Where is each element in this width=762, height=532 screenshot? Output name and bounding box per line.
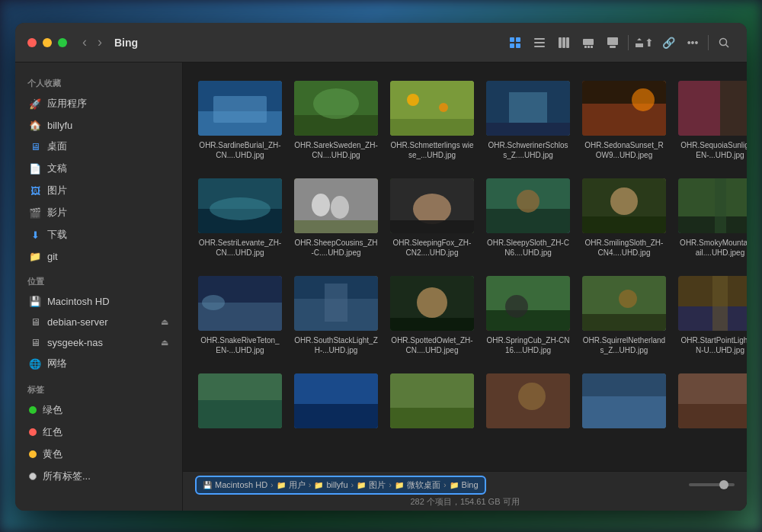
file-name: OHR.StartPointLight_EN-U...UHD.jpg	[678, 335, 747, 355]
sidebar-item-tag-red[interactable]: 红色	[20, 421, 178, 443]
sidebar-item-label: 文稿	[47, 162, 67, 175]
file-thumbnail	[390, 276, 474, 331]
file-item[interactable]	[291, 367, 381, 439]
sidebar-item-desktop[interactable]: 🖥 桌面	[20, 136, 178, 157]
sidebar-item-all-tags[interactable]: 所有标签...	[20, 466, 178, 487]
svg-point-70	[619, 290, 637, 308]
breadcrumb-item[interactable]: 💾 Macintosh HD	[203, 480, 267, 489]
column-view-button[interactable]	[553, 32, 575, 53]
file-item[interactable]: OHR.SleepingFox_ZH-CN2....UHD.jpg	[387, 172, 477, 264]
file-name: OHR.SpringCub_ZH-CN16....UHD.jpg	[486, 335, 570, 355]
all-tags-dot	[29, 473, 37, 480]
file-item[interactable]: OHR.SpottedOwlet_ZH-CN....UHD.jpeg	[387, 270, 477, 361]
bottom-bar: 💾 Macintosh HD › 📁 用户 › 📁 billyfu	[183, 471, 747, 511]
icon-size-slider[interactable]	[689, 483, 735, 486]
sidebar-item-pictures[interactable]: 🖼 图片	[20, 180, 178, 201]
breadcrumb-sep: ›	[271, 480, 274, 489]
file-item[interactable]: OHR.SestriLevante_ZH-CN....UHD.jpg	[195, 172, 285, 264]
sidebar-item-downloads[interactable]: ⬇ 下载	[20, 224, 178, 245]
minimize-button[interactable]	[43, 38, 52, 47]
breadcrumb-item[interactable]: 📁 用户	[277, 479, 306, 491]
svg-rect-6	[534, 46, 545, 47]
sidebar-item-label: 绿色	[43, 403, 62, 417]
file-thumbnail	[390, 373, 474, 428]
sidebar: 个人收藏 🚀 应用程序 🏠 billyfu 🖥 桌面 📄 文稿 🖼 图片	[15, 62, 183, 511]
eject-button[interactable]: ⏏	[161, 317, 168, 327]
file-item[interactable]: OHR.StartPointLight_EN-U...UHD.jpg	[675, 270, 747, 361]
search-button[interactable]	[713, 32, 735, 53]
file-item[interactable]: OHR.SardineBurial_ZH-CN....UHD.jpg	[195, 75, 285, 166]
sidebar-item-tag-yellow[interactable]: 黄色	[20, 444, 178, 465]
svg-rect-30	[486, 123, 570, 136]
file-item[interactable]: OHR.SnakeRiveTeton_EN-...UHD.jpg	[195, 270, 285, 361]
file-item[interactable]: OHR.SquirrelNetherlands_Z...UHD.jpg	[579, 270, 669, 361]
titlebar: ‹ › Bing	[15, 23, 747, 62]
file-item[interactable]: OHR.SchwerinerSchloss_Z....UHD.jpg	[483, 75, 573, 166]
tag-button[interactable]: 🔗	[658, 32, 679, 53]
quick-look-button[interactable]	[602, 32, 623, 53]
svg-rect-12	[588, 46, 590, 48]
sidebar-item-billyfu[interactable]: 🏠 billyfu	[20, 115, 178, 135]
file-item[interactable]: OHR.SpringCub_ZH-CN16....UHD.jpg	[483, 270, 573, 361]
sidebar-item-debian-server[interactable]: 🖥 debian-server ⏏	[20, 312, 178, 332]
sidebar-item-label: 黄色	[43, 447, 62, 461]
file-thumbnail	[486, 373, 570, 428]
file-thumbnail	[486, 276, 570, 331]
sidebar-item-network[interactable]: 🌐 网络	[20, 353, 178, 374]
yellow-tag-dot	[29, 450, 37, 458]
file-item[interactable]: OHR.SleepySloth_ZH-CN6....UHD.jpg	[483, 172, 573, 264]
breadcrumb-item-current[interactable]: 📁 Bing	[450, 480, 479, 489]
breadcrumb-sep: ›	[443, 480, 447, 489]
file-item[interactable]	[483, 367, 573, 439]
maximize-button[interactable]	[58, 38, 67, 47]
file-item[interactable]: OHR.Schmetterlings wiese_...UHD.jpg	[387, 75, 477, 166]
file-item[interactable]: OHR.SarekSweden_ZH-CN....UHD.jpg	[291, 75, 381, 166]
file-item[interactable]: OHR.SheepCousins_ZH-C....UHD.jpeg	[291, 172, 381, 264]
sidebar-item-git[interactable]: 📁 git	[20, 246, 178, 266]
back-button[interactable]: ‹	[79, 34, 90, 50]
forward-button[interactable]: ›	[94, 34, 105, 50]
file-thumbnail	[390, 81, 474, 136]
file-thumbnail	[678, 81, 747, 136]
file-item[interactable]: OHR.SedonaSunset_ROW9...UHD.jpeg	[579, 75, 669, 166]
breadcrumb-sep: ›	[389, 480, 392, 489]
svg-point-26	[439, 103, 448, 112]
sidebar-item-macintosh-hd[interactable]: 💾 Macintosh HD	[20, 291, 178, 311]
close-button[interactable]	[27, 38, 37, 47]
file-item[interactable]: OHR.SouthStackLight_ZH-...UHD.jpg	[291, 270, 381, 361]
eject-button[interactable]: ⏏	[161, 338, 168, 348]
applications-icon: 🚀	[29, 98, 41, 110]
file-item[interactable]	[579, 367, 669, 439]
breadcrumb-item[interactable]: 📁 微软桌面	[395, 479, 440, 491]
svg-line-17	[726, 44, 729, 47]
file-item[interactable]: OHR.SequoiaSunlight_EN-...UHD.jpg	[675, 75, 747, 166]
size-slider-container	[689, 483, 735, 486]
file-item[interactable]: OHR.SmokyMountainTrail....UHD.jpeg	[675, 172, 747, 264]
breadcrumb-item[interactable]: 📁 billyfu	[314, 480, 347, 489]
svg-rect-29	[509, 92, 547, 123]
file-thumbnail	[486, 178, 570, 233]
file-item[interactable]: OHR.SmilingSloth_ZH-CN4....UHD.jpg	[579, 172, 669, 264]
svg-rect-13	[591, 46, 593, 48]
share-button[interactable]: ⬆	[633, 32, 655, 53]
svg-rect-2	[510, 43, 514, 48]
sidebar-item-tag-green[interactable]: 绿色	[20, 399, 178, 421]
svg-rect-32	[582, 104, 666, 136]
svg-point-63	[417, 287, 447, 318]
sidebar-item-applications[interactable]: 🚀 应用程序	[20, 93, 178, 114]
svg-rect-36	[720, 81, 747, 136]
grid-view-button[interactable]	[504, 32, 526, 53]
file-item[interactable]	[195, 367, 285, 439]
svg-rect-43	[294, 220, 378, 233]
more-button[interactable]: •••	[682, 32, 703, 53]
list-view-button[interactable]	[529, 32, 550, 53]
breadcrumb-text: billyfu	[326, 480, 347, 489]
breadcrumb-item[interactable]: 📁 图片	[357, 479, 386, 491]
sidebar-item-documents[interactable]: 📄 文稿	[20, 158, 178, 179]
sidebar-item-sysgeek-nas[interactable]: 🖥 sysgeek-nas ⏏	[20, 332, 178, 352]
gallery-view-button[interactable]	[578, 32, 599, 53]
sidebar-item-movies[interactable]: 🎬 影片	[20, 202, 178, 223]
file-item[interactable]	[387, 367, 477, 439]
svg-point-33	[632, 88, 655, 111]
file-item[interactable]	[675, 367, 747, 439]
